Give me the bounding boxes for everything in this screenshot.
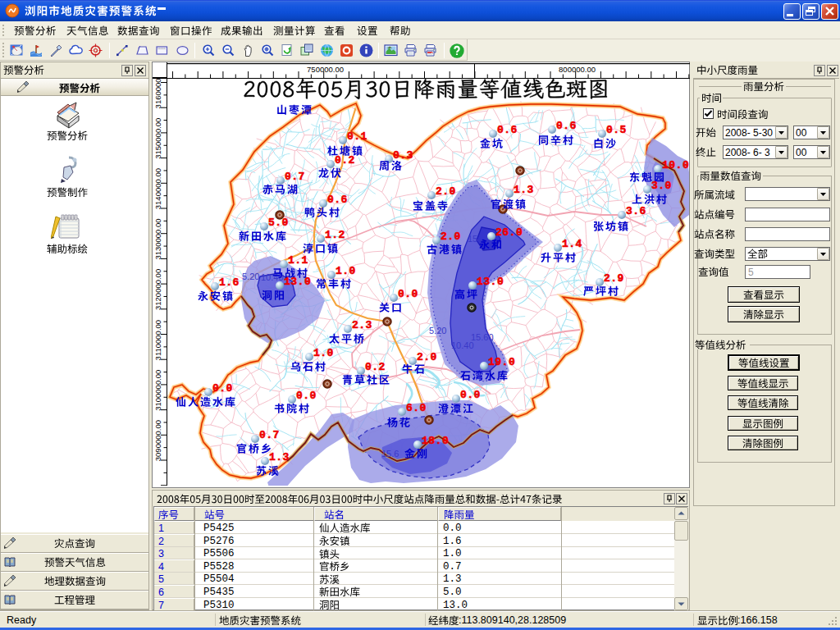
svg-text:3160000.00: 3160000.00	[153, 79, 162, 108]
svg-text:3120000.00: 3120000.00	[153, 269, 162, 310]
svg-text:5.20: 5.20	[242, 272, 259, 281]
svg-text:10.40: 10.40	[451, 340, 474, 350]
svg-text:800000.00: 800000.00	[559, 65, 596, 74]
svg-text:3140000.00: 3140000.00	[153, 168, 162, 209]
svg-text:3100000.00: 3100000.00	[153, 370, 162, 411]
svg-text:15.6: 15.6	[381, 449, 399, 459]
svg-text:5.20: 5.20	[429, 326, 446, 336]
svg-text:3110000.00: 3110000.00	[153, 320, 162, 361]
svg-text:15: 15	[468, 234, 477, 244]
svg-text:3150000.00: 3150000.00	[153, 118, 162, 159]
svg-text:3130000.00: 3130000.00	[153, 218, 162, 259]
svg-text:750000.00: 750000.00	[307, 65, 344, 74]
svg-text:15.60: 15.60	[471, 332, 494, 342]
svg-text:3090000.00: 3090000.00	[153, 420, 162, 461]
